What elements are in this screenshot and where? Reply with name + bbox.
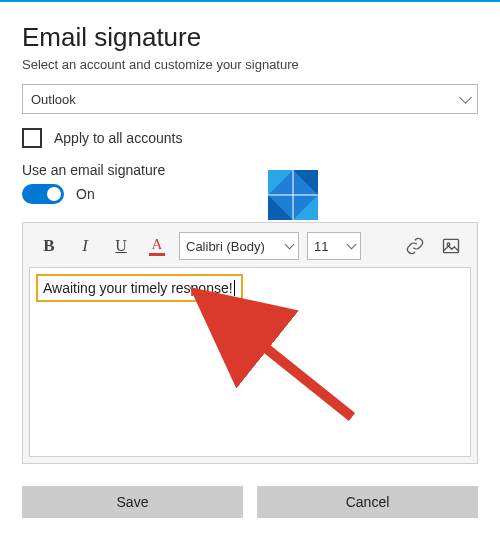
cancel-button[interactable]: Cancel [257, 486, 478, 518]
text-caret [234, 280, 235, 296]
apply-all-row: Apply to all accounts [22, 128, 478, 148]
font-color-icon: A [149, 237, 165, 256]
link-icon [405, 236, 425, 256]
footer-buttons: Save Cancel [22, 486, 478, 518]
font-name-select[interactable]: Calibri (Body) [179, 232, 299, 260]
underline-button[interactable]: U [103, 231, 139, 261]
signature-editor: B I U A Calibri (Body) 11 [22, 222, 478, 464]
toggle-row: On [22, 184, 478, 204]
italic-button[interactable]: I [67, 231, 103, 261]
editor-toolbar: B I U A Calibri (Body) 11 [29, 229, 471, 267]
apply-all-label: Apply to all accounts [54, 130, 182, 146]
image-button[interactable] [433, 231, 469, 261]
italic-icon: I [82, 236, 88, 256]
signature-toggle[interactable] [22, 184, 64, 204]
editor-body[interactable]: Awaiting your timely response! [29, 267, 471, 457]
bold-button[interactable]: B [31, 231, 67, 261]
use-signature-label: Use an email signature [22, 162, 478, 178]
svg-rect-0 [444, 239, 459, 252]
page-subtitle: Select an account and customize your sig… [22, 57, 478, 72]
font-size-select[interactable]: 11 [307, 232, 361, 260]
font-color-button[interactable]: A [139, 231, 175, 261]
toggle-state-label: On [76, 186, 95, 202]
signature-text-content: Awaiting your timely response! [43, 280, 233, 296]
font-size-wrap: 11 [307, 232, 361, 260]
page-title: Email signature [22, 22, 478, 53]
account-select-wrap: Outlook [22, 84, 478, 114]
font-name-wrap: Calibri (Body) [179, 232, 299, 260]
image-icon [441, 236, 461, 256]
settings-panel: Email signature Select an account and cu… [0, 2, 500, 518]
signature-text[interactable]: Awaiting your timely response! [36, 274, 243, 302]
save-button[interactable]: Save [22, 486, 243, 518]
link-button[interactable] [397, 231, 433, 261]
apply-all-checkbox[interactable] [22, 128, 42, 148]
account-select[interactable]: Outlook [22, 84, 478, 114]
bold-icon: B [43, 236, 54, 256]
windows-logo-icon [268, 170, 318, 220]
underline-icon: U [115, 237, 127, 255]
